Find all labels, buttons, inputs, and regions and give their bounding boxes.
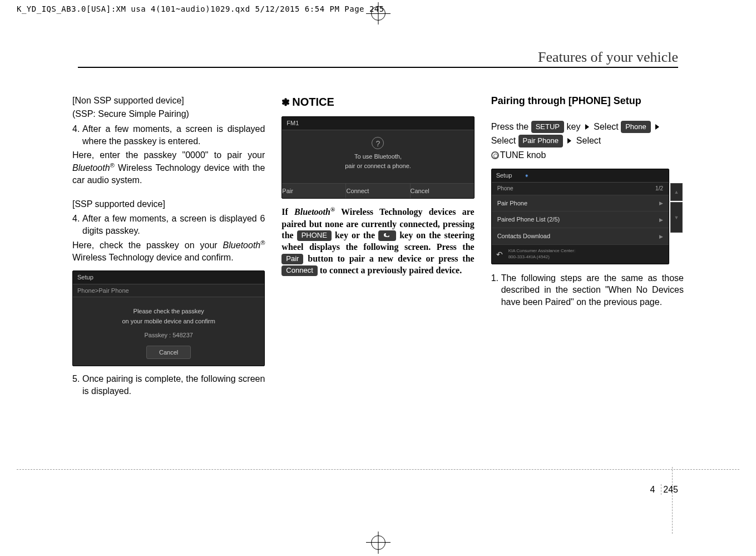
fm1-screenshot: FM1 ? To use Bluetooth, pair or connect … — [281, 116, 474, 199]
text-frag: to connect a previously paired device. — [318, 265, 462, 275]
shot-line2: on your mobile device and confirm — [78, 317, 259, 326]
shot-breadcrumb: Phone>Pair Phone — [73, 284, 264, 298]
connect-button-label: Connect — [281, 265, 317, 276]
check-passkey-text: Here, check the passkey on your Bluetoot… — [72, 239, 265, 264]
phone-key-label: PHONE — [297, 230, 332, 241]
text-frag: key — [564, 122, 583, 131]
section-number: 4 — [650, 485, 655, 494]
step-text: The following steps are the same as thos… — [501, 272, 684, 308]
text-frag: Wireless Technology device and confirm. — [72, 253, 234, 262]
notice-label: NOTICE — [292, 96, 334, 108]
shot-item-pair-phone: Pair Phone ▶ — [492, 195, 669, 212]
title-underline — [78, 67, 678, 68]
header-text: Phone — [497, 185, 513, 193]
text-frag: key or the — [332, 230, 378, 240]
item-label: Pair Phone — [497, 199, 527, 208]
page-divider — [661, 484, 661, 495]
step-4-nonssp: 4. After a few moments, a screen is disp… — [72, 123, 265, 147]
shot-passkey: Passkey : 548237 — [78, 331, 259, 339]
column-1: [Non SSP supported device] (SSP: Secure … — [72, 95, 265, 400]
page-number: 4245 — [650, 484, 678, 495]
bluetooth-word: Bluetooth — [294, 208, 330, 217]
notice-heading: ✽NOTICE — [281, 95, 474, 110]
setup-screenshot-wrapper: Setup ⁕ Phone 1/2 Pair Phone ▶ Paired Ph… — [491, 169, 684, 264]
navigation-sequence: Press the SETUP key Select Phone Select … — [491, 120, 684, 163]
footer-text: KIA Consumer Assistance Center: 800-333-… — [508, 248, 576, 260]
shot-line1: To use Bluetooth, — [289, 152, 467, 161]
step-1-same: 1. The following steps are the same as t… — [491, 272, 684, 308]
shot-list-header: Phone 1/2 — [492, 183, 669, 195]
tune-knob-label: TUNE knob — [500, 150, 546, 160]
step-5: 5. Once pairing is complete, the followi… — [72, 373, 265, 397]
text-frag: Select — [574, 136, 601, 145]
text-frag: button to pair a new device or press the — [303, 254, 474, 263]
footer-line2: 800-333-4KIA (4542) — [508, 254, 550, 259]
step-number: 4. — [72, 213, 82, 237]
step-number: 1. — [491, 272, 501, 308]
text-frag: Here, check the passkey on your — [72, 241, 223, 250]
call-icon-key — [378, 230, 396, 241]
crop-circle-bottom — [371, 535, 386, 550]
scroll-up-icon: ▲ — [670, 183, 683, 201]
content-columns: [Non SSP supported device] (SSP: Secure … — [72, 95, 684, 400]
chevron-right-icon: ▶ — [659, 233, 663, 240]
shot-footer: ↶ KIA Consumer Assistance Center: 800-33… — [492, 245, 669, 264]
item-label: Paired Phone List (2/5) — [497, 215, 560, 224]
arrow-right-icon — [655, 124, 659, 130]
column-3: Pairing through [PHONE] Setup Press the … — [491, 95, 684, 400]
reg-mark: ® — [260, 239, 265, 246]
shot-cancel-button: Cancel — [146, 346, 191, 360]
text-frag: Select — [591, 122, 621, 131]
cut-line-horizontal — [17, 469, 739, 470]
chevron-right-icon: ▶ — [659, 200, 663, 206]
notice-body: If Bluetooth® Wireless Technology device… — [281, 205, 474, 276]
nonssp-heading: [Non SSP supported device] — [72, 95, 265, 107]
bluetooth-word: Bluetooth — [223, 241, 261, 250]
bluetooth-status-icon: ⁕ — [525, 173, 529, 179]
reg-mark: ® — [110, 162, 115, 169]
passkey-screenshot: Setup Phone>Pair Phone Please check the … — [72, 270, 265, 367]
footer-line1: KIA Consumer Assistance Center: — [508, 248, 576, 253]
pairphone-menu-label: Pair Phone — [518, 135, 563, 147]
file-header: K_YD_IQS_AB3.0[USA]:XM usa 4(101~audio)1… — [17, 4, 384, 13]
step-text: After a few moments, a screen is display… — [82, 213, 265, 237]
arrow-right-icon — [585, 124, 589, 130]
step-4-ssp: 4. After a few moments, a screen is disp… — [72, 213, 265, 237]
shot-scroll-buttons: ▲ ▼ — [670, 183, 683, 234]
ssp-expansion: (SSP: Secure Simple Pairing) — [72, 108, 265, 120]
page-title: Features of your vehicle — [538, 49, 678, 66]
shot-item-paired-list: Paired Phone List (2/5) ▶ — [492, 211, 669, 228]
scroll-down-icon: ▼ — [670, 202, 683, 233]
shot-cancel-button: Cancel — [411, 184, 474, 199]
column-2: ✽NOTICE FM1 ? To use Bluetooth, pair or … — [281, 95, 474, 400]
arrow-right-icon — [567, 138, 571, 144]
step-text: After a few moments, a screen is display… — [82, 123, 265, 147]
text-frag: Select — [491, 136, 518, 145]
page-value: 245 — [663, 485, 678, 494]
notice-icon: ✽ — [281, 97, 290, 108]
shot-connect-button: Connect — [346, 184, 410, 199]
page-indicator: 1/2 — [655, 185, 663, 193]
ssp-heading: [SSP supported device] — [72, 198, 265, 210]
item-label: Contacts Download — [497, 232, 550, 240]
shot-pair-button: Pair — [282, 184, 346, 199]
tune-knob-icon — [491, 151, 499, 159]
shot-title: Setup — [73, 271, 264, 284]
setup-screenshot: Setup ⁕ Phone 1/2 Pair Phone ▶ Paired Ph… — [491, 169, 669, 264]
shot-title: FM1 — [282, 117, 473, 130]
bluetooth-word: Bluetooth — [72, 163, 110, 173]
shot-item-contacts: Contacts Download ▶ — [492, 228, 669, 245]
text-frag: If — [281, 208, 294, 217]
passkey-0000-text: Here, enter the passkey "0000" to pair y… — [72, 149, 265, 186]
step-number: 5. — [72, 373, 82, 397]
pair-button-label: Pair — [281, 254, 303, 264]
phone-menu-label: Phone — [621, 121, 651, 134]
cut-line-vertical — [672, 467, 673, 534]
shot-title-text: Setup — [496, 172, 512, 179]
shot-title: Setup ⁕ — [492, 169, 669, 183]
text-frag: Press the — [491, 122, 531, 131]
step-number: 4. — [72, 123, 82, 147]
step-text: Once pairing is complete, the following … — [82, 373, 265, 397]
shot-line1: Please check the passkey — [78, 307, 259, 316]
shot-line2: pair or connect a phone. — [289, 162, 467, 170]
